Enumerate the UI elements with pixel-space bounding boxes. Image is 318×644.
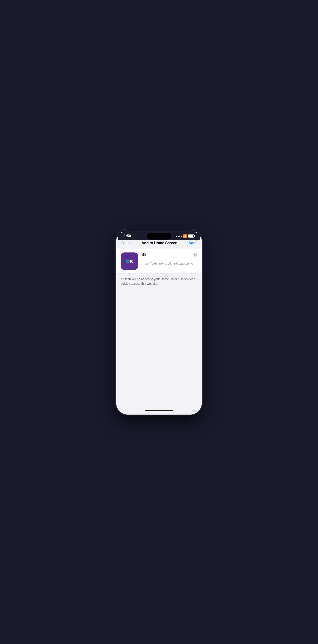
modal-container: Cancel Add to Home Screen Add bs: [118, 231, 200, 413]
status-indicators: 📶: [176, 234, 194, 238]
home-bar: [145, 410, 173, 411]
cancel-button[interactable]: Cancel: [120, 241, 132, 245]
phone-screen: 1:50 📶: [118, 231, 200, 413]
phone-frame: 1:50 📶: [116, 230, 202, 414]
signal-dot-2: [178, 236, 179, 237]
home-indicator: [118, 408, 200, 413]
app-icon-b: b: [126, 258, 130, 264]
description-section: An icon will be added to your Home Scree…: [118, 274, 200, 289]
modal-title: Add to Home Screen: [142, 241, 178, 245]
clear-button[interactable]: ✕: [194, 253, 198, 257]
battery-fill: [189, 235, 193, 237]
signal-dot-3: [179, 236, 180, 237]
app-icon-label: bs: [126, 258, 133, 265]
signal-dot-1: [176, 236, 177, 237]
signal-dots: [176, 236, 182, 237]
app-icon: bs: [120, 252, 138, 270]
wifi-icon: 📶: [183, 234, 187, 238]
app-name-input[interactable]: [142, 252, 194, 257]
add-button[interactable]: Add: [188, 241, 196, 245]
battery-icon: [188, 234, 194, 238]
app-info-section: bs ✕ https://betsilin-mobil.netlify.app/…: [118, 249, 200, 274]
dynamic-island: [147, 233, 171, 240]
modal-body-fill: [118, 289, 200, 408]
signal-dot-4: [181, 236, 182, 237]
name-field-row: ✕: [142, 252, 198, 259]
app-fields: ✕ https://betsilin-mobil.netlify.app/lin…: [142, 252, 198, 265]
clear-icon: ✕: [194, 253, 196, 256]
modal-sheet: Cancel Add to Home Screen Add bs: [118, 236, 200, 413]
status-time: 1:50: [124, 234, 131, 238]
add-button-wrapper: Add: [187, 240, 198, 246]
app-icon-s: s: [130, 258, 133, 264]
description-text: An icon will be added to your Home Scree…: [120, 277, 198, 286]
app-url: https://betsilin-mobil.netlify.app/link/: [142, 262, 198, 265]
